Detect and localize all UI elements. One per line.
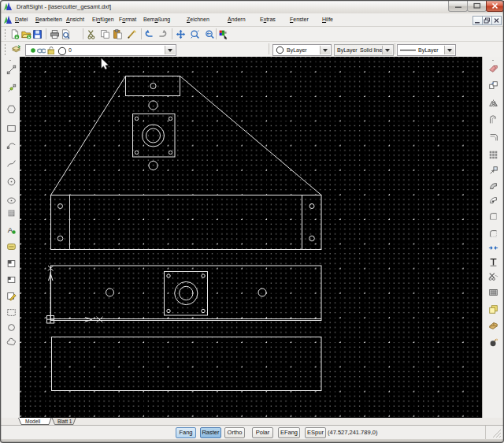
svg-text:Modell: Modell — [25, 419, 41, 424]
svg-text:Blatt 1: Blatt 1 — [57, 419, 72, 424]
